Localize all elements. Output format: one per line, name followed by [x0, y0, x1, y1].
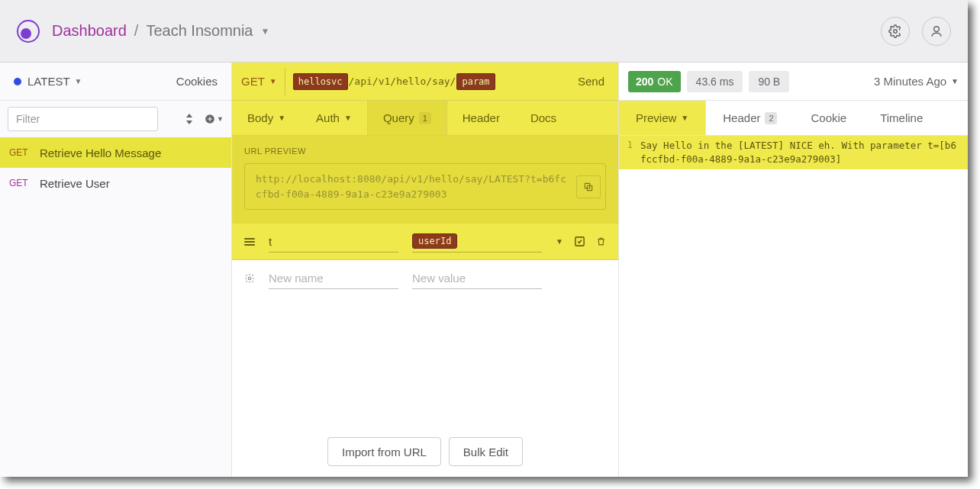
caret-down-icon[interactable]: ▼: [556, 237, 563, 246]
param-value-input[interactable]: userId: [412, 231, 542, 253]
svg-point-1: [934, 26, 940, 31]
param-row-new: New name New value: [232, 260, 618, 297]
tab-header[interactable]: Header: [447, 101, 515, 135]
response-body: 1 Say Hello in the [LATEST] NICE eh. Wit…: [619, 136, 968, 169]
caret-down-icon: ▼: [951, 77, 959, 85]
response-line: 1 Say Hello in the [LATEST] NICE eh. Wit…: [619, 136, 968, 169]
url-text: /api/v1/hello/say/: [348, 76, 457, 87]
request-list: GET Retrieve Hello Message GET Retrieve …: [0, 137, 231, 198]
query-params: t userId ▼: [232, 224, 618, 297]
settings-button[interactable]: [881, 17, 910, 46]
bulk-edit-button[interactable]: Bulk Edit: [449, 437, 523, 466]
query-count-badge: 1: [419, 112, 431, 124]
url-bar: GET ▼ hellosvc /api/v1/hello/say/ param …: [232, 63, 618, 101]
filter-input[interactable]: [8, 107, 158, 131]
trash-icon: [596, 236, 606, 247]
tab-preview[interactable]: Preview▼: [619, 101, 706, 135]
request-item[interactable]: GET Retrieve Hello Message: [0, 137, 231, 168]
method-dropdown[interactable]: GET ▼: [241, 75, 277, 88]
svg-point-6: [248, 277, 251, 280]
sidebar: LATEST ▼ Cookies ▼ GET Retrieve: [0, 63, 232, 477]
param-value-input[interactable]: New value: [412, 268, 542, 289]
breadcrumb-dashboard[interactable]: Dashboard: [52, 22, 127, 40]
caret-down-icon: ▼: [269, 77, 277, 85]
gear-icon: [244, 273, 255, 284]
divider: [285, 68, 285, 95]
user-icon: [930, 24, 943, 38]
param-name-input[interactable]: t: [269, 231, 398, 253]
request-method-badge: GET: [9, 147, 31, 158]
response-header: 200OK 43.6 ms 90 B 3 Minutes Ago ▼: [619, 63, 968, 101]
caret-down-icon: ▼: [217, 115, 224, 123]
gear-icon: [888, 24, 902, 38]
request-editor: GET ▼ hellosvc /api/v1/hello/say/ param …: [232, 63, 619, 477]
send-button[interactable]: Send: [578, 75, 604, 88]
account-button[interactable]: [922, 17, 951, 46]
param-value-chip[interactable]: userId: [412, 233, 457, 249]
tab-cookie[interactable]: Cookie: [794, 101, 863, 135]
breadcrumb-workspace[interactable]: Teach Insomnia: [146, 22, 253, 40]
response-size: 90 B: [749, 71, 789, 92]
status-badge: 200OK: [628, 71, 681, 92]
response-time: 43.6 ms: [687, 71, 743, 92]
request-name: Retrieve User: [40, 177, 110, 190]
sidebar-tools: ▼: [0, 101, 231, 137]
request-tabs: Body▼ Auth▼ Query 1 Header Docs: [232, 101, 618, 136]
tab-auth[interactable]: Auth▼: [301, 101, 367, 135]
caret-down-icon: ▼: [344, 114, 352, 122]
caret-down-icon: ▼: [681, 114, 688, 122]
sort-button[interactable]: [185, 114, 194, 124]
environment-name[interactable]: LATEST: [27, 75, 70, 88]
caret-down-icon[interactable]: ▼: [75, 77, 82, 85]
tab-response-header[interactable]: Header 2: [706, 101, 794, 135]
sort-icon: [185, 114, 194, 124]
import-from-url-button[interactable]: Import from URL: [327, 437, 441, 466]
add-request-button[interactable]: ▼: [205, 114, 224, 124]
tab-timeline[interactable]: Timeline: [863, 101, 940, 135]
line-number: 1: [622, 139, 640, 166]
param-name-input[interactable]: New name: [269, 268, 398, 289]
sidebar-head: LATEST ▼ Cookies: [0, 63, 231, 101]
drag-handle-icon[interactable]: [244, 238, 255, 246]
request-method-badge: GET: [9, 178, 31, 188]
caret-down-icon[interactable]: ▼: [260, 26, 269, 37]
checkbox-checked-icon: [574, 236, 585, 247]
header-count-badge: 2: [765, 112, 777, 124]
param-toggle[interactable]: [574, 236, 585, 247]
url-chip-host[interactable]: hellosvc: [293, 73, 348, 90]
url-preview-section: URL PREVIEW http://localhost:8080/api/v1…: [232, 136, 618, 224]
topbar: Dashboard / Teach Insomnia ▼: [0, 0, 968, 63]
breadcrumb: Dashboard / Teach Insomnia ▼: [52, 22, 269, 40]
param-settings-button[interactable]: [244, 273, 255, 284]
url-chip-param[interactable]: param: [456, 73, 495, 90]
param-delete[interactable]: [596, 236, 606, 247]
svg-point-0: [894, 29, 898, 33]
environment-dot-icon: [14, 78, 21, 85]
url-input[interactable]: hellosvc /api/v1/hello/say/ param: [293, 73, 570, 90]
request-item[interactable]: GET Retrieve User: [0, 168, 231, 198]
response-tabs: Preview▼ Header 2 Cookie Timeline: [619, 101, 968, 136]
response-panel: 200OK 43.6 ms 90 B 3 Minutes Ago ▼ Previ…: [619, 63, 968, 477]
request-name: Retrieve Hello Message: [40, 146, 161, 159]
tab-docs[interactable]: Docs: [515, 101, 572, 135]
breadcrumb-separator: /: [134, 22, 139, 40]
response-history-dropdown[interactable]: 3 Minutes Ago ▼: [874, 75, 959, 88]
url-preview-box: http://localhost:8080/api/v1/hello/say/L…: [244, 163, 606, 210]
url-preview-label: URL PREVIEW: [244, 146, 606, 156]
caret-down-icon: ▼: [278, 114, 285, 122]
copy-url-button[interactable]: [576, 175, 601, 198]
query-footer: Import from URL Bulk Edit: [232, 433, 618, 477]
tab-query[interactable]: Query 1: [367, 101, 447, 135]
plus-circle-icon: [205, 114, 215, 124]
tab-body[interactable]: Body▼: [232, 101, 301, 135]
copy-icon: [583, 182, 594, 192]
cookies-link[interactable]: Cookies: [176, 75, 218, 88]
line-text: Say Hello in the [LATEST] NICE eh. With …: [640, 139, 962, 166]
param-row: t userId ▼: [232, 224, 618, 260]
app-logo: [17, 20, 40, 43]
